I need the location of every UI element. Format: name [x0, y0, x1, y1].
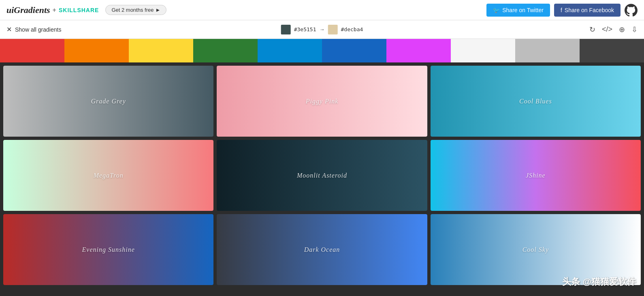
- toolbar-actions: ↻ </> ⊕ ⇩: [589, 25, 638, 34]
- color-filter-yellow[interactable]: [129, 39, 193, 62]
- gradient-card[interactable]: MegaTron: [3, 140, 213, 211]
- gradient-card[interactable]: Grade Grey: [3, 66, 213, 137]
- arrow-separator: →: [320, 26, 325, 32]
- share-twitter-button[interactable]: 🐦 Share on Twitter: [486, 4, 550, 17]
- get-free-button[interactable]: Get 2 months free ►: [105, 5, 166, 15]
- gradient-card-label: Cool Blues: [519, 98, 552, 105]
- color-filter-blue[interactable]: [322, 39, 386, 62]
- get-free-label: Get 2 months free: [111, 7, 154, 13]
- gradient-card[interactable]: Moonlit Asteroid: [217, 140, 427, 211]
- twitter-icon: 🐦: [493, 7, 500, 13]
- show-all-gradients-button[interactable]: ✕ Show all gradients: [6, 26, 61, 33]
- gradient-card-label: Evening Sunshine: [82, 246, 135, 253]
- add-button[interactable]: ⊕: [619, 25, 625, 34]
- color-filter-white[interactable]: [451, 39, 515, 62]
- gradient-card[interactable]: Cool Sky: [431, 214, 641, 285]
- gradient-card-label: Cool Sky: [522, 246, 549, 253]
- color-filter-orange[interactable]: [64, 39, 129, 62]
- download-icon: ⇩: [631, 25, 638, 34]
- watermark: 头条 @猫猫爱软件: [562, 276, 636, 288]
- color-filter-pink[interactable]: [386, 39, 451, 62]
- show-all-label: Show all gradients: [15, 26, 61, 33]
- skillshare-text: SKILLSHARE: [59, 7, 99, 13]
- toolbar: ✕ Show all gradients #3e5151 → #decba4 ↻…: [0, 20, 644, 39]
- github-icon[interactable]: [625, 4, 638, 17]
- gradient-card-label: Grade Grey: [91, 98, 126, 105]
- code-icon: </>: [602, 25, 612, 34]
- download-button[interactable]: ⇩: [631, 25, 638, 34]
- code-button[interactable]: </>: [602, 25, 612, 34]
- share-twitter-label: Share on Twitter: [502, 7, 544, 13]
- color-preview: #3e5151 → #decba4: [281, 25, 363, 34]
- gradient-card[interactable]: Dark Ocean: [217, 214, 427, 285]
- share-facebook-button[interactable]: f Share on Facebook: [554, 4, 621, 17]
- color-filter-green[interactable]: [193, 39, 258, 62]
- color-swatch-1: [281, 25, 291, 34]
- gradient-card[interactable]: Cool Blues: [431, 66, 641, 137]
- share-facebook-label: Share on Facebook: [565, 7, 614, 13]
- gradient-grid: Grade GreyPiggy PinkCool BluesMegaTronMo…: [0, 62, 644, 288]
- plus-sign: +: [53, 6, 56, 14]
- color-hex-2: #decba4: [341, 26, 363, 32]
- gradient-card[interactable]: JShine: [431, 140, 641, 211]
- refresh-button[interactable]: ↻: [589, 25, 595, 34]
- gradient-card-label: JShine: [526, 172, 546, 179]
- gradient-card-label: Piggy Pink: [306, 98, 339, 105]
- gradient-card-label: Dark Ocean: [304, 246, 340, 253]
- gradient-card-label: Moonlit Asteroid: [297, 172, 347, 179]
- header-right: 🐦 Share on Twitter f Share on Facebook: [486, 4, 638, 17]
- color-filter-bar: [0, 39, 644, 62]
- color-filter-red[interactable]: [0, 39, 64, 62]
- color-filter-light-blue[interactable]: [258, 39, 322, 62]
- color-filter-light-grey[interactable]: [515, 39, 580, 62]
- gradient-card[interactable]: Piggy Pink: [217, 66, 427, 137]
- logo-text: uiGradients: [6, 5, 50, 15]
- plus-circle-icon: ⊕: [619, 25, 625, 34]
- color-swatch-2: [328, 25, 338, 34]
- logo-area: uiGradients + SKILLSHARE Get 2 months fr…: [6, 5, 166, 15]
- refresh-icon: ↻: [589, 25, 595, 34]
- gradient-card-label: MegaTron: [94, 172, 124, 179]
- arrow-right-icon: ►: [155, 7, 160, 13]
- color-hex-1: #3e5151: [294, 26, 316, 32]
- facebook-icon: f: [561, 7, 562, 13]
- gradient-card[interactable]: Evening Sunshine: [3, 214, 213, 285]
- close-icon: ✕: [6, 26, 12, 33]
- header: uiGradients + SKILLSHARE Get 2 months fr…: [0, 0, 644, 20]
- color-filter-dark[interactable]: [580, 39, 644, 62]
